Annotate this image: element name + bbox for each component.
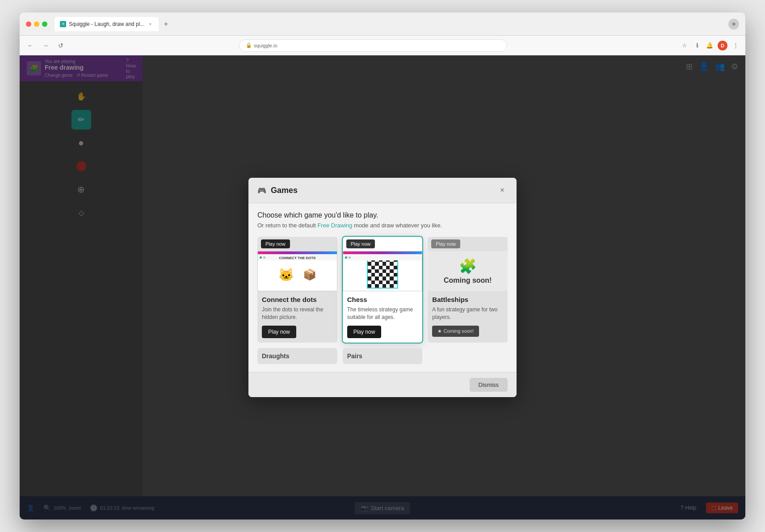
battleships-coming-soon-badge: Coming soon! <box>432 326 479 337</box>
battleships-desc: A fun strategy game for two players. <box>432 306 503 321</box>
play-now-top-connect-dots[interactable]: Play now <box>261 239 290 248</box>
games-grid: Play now CONNECT THE DOTS <box>257 237 508 343</box>
chess-preview <box>343 251 423 291</box>
bottom-games-row: Draughts Pairs <box>257 348 508 364</box>
games-modal: 🎮 Games × Choose which game you'd like t… <box>248 178 517 397</box>
titlebar: Squiggle - Laugh, draw and pl... × + ⊕ <box>20 13 745 36</box>
browser-tab-active[interactable]: Squiggle - Laugh, draw and pl... × <box>55 17 159 31</box>
lock-icon: 🔒 <box>246 42 252 48</box>
connect-dots-desc: Join the dots to reveal the hidden pictu… <box>262 306 333 321</box>
pairs-name: Pairs <box>347 352 418 360</box>
game-card-chess-body: Chess The timeless strategy game suitabl… <box>343 291 423 343</box>
modal-footer: Dismiss <box>248 372 517 397</box>
dots-title: CONNECT THE DOTS <box>279 256 315 260</box>
draughts-name: Draughts <box>262 352 333 360</box>
game-card-chess-top: Play now <box>343 237 423 251</box>
connect-dots-play-button[interactable]: Play now <box>262 326 296 338</box>
coming-soon-puzzle-icon: 🧩 <box>459 258 477 275</box>
reload-button[interactable]: ↺ <box>55 40 66 51</box>
game-card-connect-dots-body: Connect the dots Join the dots to reveal… <box>257 291 337 343</box>
traffic-lights <box>26 21 47 27</box>
address-field[interactable]: 🔒 squiggle.io <box>239 39 507 52</box>
chess-desc: The timeless strategy game suitable for … <box>347 306 418 321</box>
dots-preview-inner: CONNECT THE DOTS 🐱 📦 <box>258 251 337 291</box>
chess-name: Chess <box>347 296 418 303</box>
dots-preview-content: 🐱 📦 <box>278 268 316 282</box>
draughts-card: Draughts <box>257 348 337 364</box>
maximize-window-button[interactable] <box>42 21 47 27</box>
tab-title: Squiggle - Laugh, draw and pl... <box>69 21 144 27</box>
empty-slot <box>428 348 508 364</box>
game-card-chess: Play now <box>343 237 423 343</box>
url-text: squiggle.io <box>254 43 277 48</box>
content-area: 🧩 You are playing Free drawing Change ga… <box>20 55 745 519</box>
modal-description: Or return to the default Free Drawing mo… <box>257 222 508 229</box>
game-card-battleships-body: Battleships A fun strategy game for two … <box>428 291 508 343</box>
coming-soon-text: Coming soon! <box>444 276 492 285</box>
forward-button[interactable]: → <box>40 40 51 51</box>
game-card-connect-dots-top: Play now <box>257 237 337 251</box>
battleships-preview: 🧩 Coming soon! <box>428 251 508 291</box>
play-now-top-battleships[interactable]: Play now <box>431 239 460 248</box>
modal-header: 🎮 Games × <box>248 178 517 203</box>
window-action-button[interactable]: ⊕ <box>728 19 739 29</box>
modal-subtitle: Choose which game you'd like to play. <box>257 211 508 219</box>
profile-button[interactable]: D <box>718 41 727 50</box>
minimize-window-button[interactable] <box>34 21 39 27</box>
modal-close-button[interactable]: × <box>497 185 508 196</box>
chess-board <box>367 257 398 289</box>
close-window-button[interactable] <box>26 21 31 27</box>
menu-icon[interactable]: ⋮ <box>731 41 740 50</box>
bookmark-icon[interactable]: ☆ <box>680 41 689 50</box>
browser-window: Squiggle - Laugh, draw and pl... × + ⊕ ←… <box>20 13 745 519</box>
tab-close-button[interactable]: × <box>147 21 153 27</box>
new-tab-button[interactable]: + <box>160 19 171 29</box>
address-bar: ← → ↺ 🔒 squiggle.io ☆ ℹ 🔔 D ⋮ <box>20 36 745 55</box>
modal-title-icon: 🎮 <box>257 186 266 195</box>
back-button[interactable]: ← <box>25 40 36 51</box>
extension-icon[interactable]: 🔔 <box>705 41 714 50</box>
battleships-name: Battleships <box>432 296 503 303</box>
dismiss-button[interactable]: Dismiss <box>470 378 508 392</box>
free-drawing-link[interactable]: Free Drawing <box>317 222 352 229</box>
info-icon[interactable]: ℹ <box>693 41 702 50</box>
game-card-battleships-top: Play now <box>428 237 508 251</box>
box-figure: 📦 <box>303 268 316 281</box>
connect-dots-name: Connect the dots <box>262 296 333 303</box>
address-actions: ☆ ℹ 🔔 D ⋮ <box>680 41 740 50</box>
modal-overlay[interactable]: 🎮 Games × Choose which game you'd like t… <box>20 55 745 519</box>
connect-dots-preview: CONNECT THE DOTS 🐱 📦 <box>257 251 337 291</box>
tab-favicon <box>60 21 66 27</box>
tab-bar: Squiggle - Laugh, draw and pl... × + <box>55 17 725 31</box>
game-card-battleships: Play now 🧩 Coming soon! Battleships A fu… <box>428 237 508 343</box>
pairs-card: Pairs <box>343 348 423 364</box>
modal-body: Choose which game you'd like to play. Or… <box>248 203 517 372</box>
play-now-top-chess[interactable]: Play now <box>346 239 375 248</box>
game-card-connect-dots: Play now CONNECT THE DOTS <box>257 237 337 343</box>
modal-title: Games <box>271 186 492 195</box>
cat-figure: 🐱 <box>278 268 294 282</box>
chess-play-button[interactable]: Play now <box>347 326 382 338</box>
